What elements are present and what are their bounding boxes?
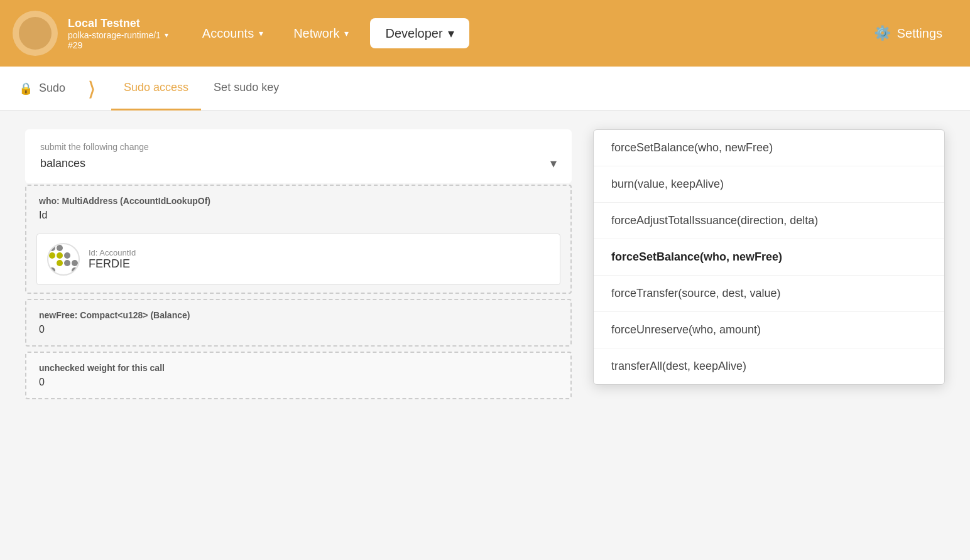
network-title: Local Testnet — [68, 17, 168, 30]
id-info: Id: AccountId FERDIE — [89, 248, 136, 271]
who-value: Id — [39, 210, 558, 221]
dropdown-item-1[interactable]: burn(value, keepAlive) — [594, 166, 944, 203]
network-label: Network — [293, 26, 339, 41]
form-panel: submit the following change balances ▾ w… — [25, 129, 572, 399]
dropdown-item-3[interactable]: forceSetBalance(who, newFree) — [594, 239, 944, 276]
dropdown-item-4[interactable]: forceTransfer(source, dest, value) — [594, 276, 944, 312]
unchecked-weight-value: 0 — [39, 377, 558, 388]
unchecked-weight-label: unchecked weight for this call — [39, 363, 558, 373]
balances-chevron-icon: ▾ — [550, 156, 557, 171]
new-free-value: 0 — [39, 324, 558, 335]
sudo-label: Sudo — [39, 82, 65, 95]
avatar — [47, 243, 80, 276]
developer-button[interactable]: Developer ▾ — [370, 18, 469, 48]
accounts-label: Accounts — [202, 26, 254, 41]
new-free-label: newFree: Compact<u128> (Balance) — [39, 310, 558, 320]
accounts-nav[interactable]: Accounts ▾ — [187, 0, 278, 67]
submit-card: submit the following change balances ▾ — [25, 129, 572, 183]
settings-label: Settings — [897, 26, 942, 41]
sudo-section-label: 🔒 Sudo — [19, 82, 65, 95]
network-nav[interactable]: Network ▾ — [278, 0, 364, 67]
accounts-chevron-icon: ▾ — [259, 28, 263, 38]
id-sublabel: Id: AccountId — [89, 248, 136, 257]
dropdown-item-6[interactable]: transferAll(dest, keepAlive) — [594, 348, 944, 384]
network-block: #29 — [68, 40, 168, 50]
dropdown-item-0[interactable]: forceSetBalance(who, newFree) — [594, 130, 944, 166]
developer-chevron-icon: ▾ — [448, 26, 454, 41]
network-chevron-icon[interactable]: ▾ — [165, 31, 168, 40]
network-info: Local Testnet polka-storage-runtime/1 ▾ … — [68, 17, 168, 50]
who-label: who: MultiAddress (AccountIdLookupOf) — [39, 196, 558, 206]
balances-value: balances — [40, 157, 85, 170]
tab-set-sudo-key[interactable]: Set sudo key — [201, 67, 292, 110]
main-content: submit the following change balances ▾ w… — [0, 110, 970, 418]
settings-nav[interactable]: ⚙️ Settings — [859, 0, 957, 67]
id-row: Id: AccountId FERDIE — [36, 234, 560, 285]
tab-sudo-access[interactable]: Sudo access — [111, 67, 201, 110]
developer-label: Developer — [385, 26, 442, 41]
dropdown-item-2[interactable]: forceAdjustTotalIssuance(direction, delt… — [594, 203, 944, 239]
function-dropdown-menu: forceSetBalance(who, newFree)burn(value,… — [593, 129, 945, 385]
balances-select-row[interactable]: balances ▾ — [40, 156, 557, 171]
network-nav-chevron-icon: ▾ — [344, 28, 349, 38]
app-header: Local Testnet polka-storage-runtime/1 ▾ … — [0, 0, 970, 67]
submit-label: submit the following change — [40, 142, 557, 152]
unchecked-weight-section: unchecked weight for this call 0 — [25, 352, 572, 399]
who-section: who: MultiAddress (AccountIdLookupOf) Id — [25, 185, 572, 294]
lock-icon: 🔒 — [19, 82, 33, 95]
network-subtitle: polka-storage-runtime/1 — [68, 30, 161, 40]
id-name: FERDIE — [89, 257, 136, 271]
gear-icon: ⚙️ — [874, 25, 891, 41]
tab-divider: ❯ — [88, 78, 95, 99]
dropdown-item-5[interactable]: forceUnreserve(who, amount) — [594, 312, 944, 348]
app-logo — [13, 11, 58, 56]
new-free-section: newFree: Compact<u128> (Balance) 0 — [25, 299, 572, 347]
tabs-bar: 🔒 Sudo ❯ Sudo access Set sudo key — [0, 67, 970, 110]
